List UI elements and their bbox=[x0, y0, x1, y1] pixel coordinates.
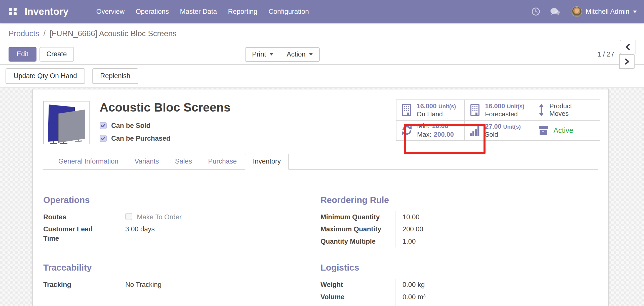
traceability-heading: Traceability bbox=[43, 263, 300, 273]
action-caret-icon bbox=[309, 53, 313, 56]
create-button[interactable]: Create bbox=[39, 47, 74, 62]
form-background: Acoustic Bloc Screens Can be Sold Can be… bbox=[0, 88, 644, 306]
print-dropdown[interactable]: Print bbox=[245, 47, 280, 62]
menu-reporting[interactable]: Reporting bbox=[222, 0, 263, 23]
responsible-label: Responsible bbox=[320, 303, 395, 306]
navbar-systray: Mitchell Admin bbox=[526, 6, 637, 17]
edit-button[interactable]: Edit bbox=[9, 47, 36, 62]
quantity-multiple-value: 1.00 bbox=[395, 235, 578, 247]
form-statusbar: Update Qty On Hand Replenish bbox=[0, 65, 644, 88]
pager-previous-button[interactable] bbox=[620, 40, 635, 54]
menu-overview[interactable]: Overview bbox=[91, 0, 130, 23]
product-image[interactable] bbox=[43, 101, 90, 144]
make-to-order-checkbox[interactable] bbox=[125, 213, 132, 220]
weight-label: Weight bbox=[320, 279, 395, 291]
pager-counter: 1 / 27 bbox=[597, 50, 614, 58]
operations-section: Operations Routes Make To Order Customer… bbox=[43, 195, 320, 247]
pager-next-button[interactable] bbox=[619, 54, 635, 69]
can-be-purchased-checkbox[interactable] bbox=[100, 135, 107, 142]
stat-product-moves-button[interactable]: Product Moves bbox=[533, 100, 600, 120]
messages-chat-icon[interactable] bbox=[545, 7, 565, 16]
volume-value: 0.00 m³ bbox=[395, 291, 578, 303]
menu-configuration[interactable]: Configuration bbox=[263, 0, 314, 23]
breadcrumb-current: [FURN_6666] Acoustic Bloc Screens bbox=[50, 29, 177, 38]
user-avatar[interactable] bbox=[572, 6, 582, 17]
section-row-2: Traceability Tracking No Tracking Logist… bbox=[43, 263, 598, 306]
can-be-sold-label: Can be Sold bbox=[111, 122, 150, 130]
building-icon bbox=[400, 104, 413, 117]
make-to-order-label: Make To Order bbox=[137, 213, 182, 222]
can-be-purchased-label: Can be Purchased bbox=[111, 135, 171, 142]
active-status-label: Active bbox=[553, 126, 573, 135]
stat-sold-button[interactable]: 27.00 Unit(s) Sold bbox=[464, 120, 533, 140]
menu-operations[interactable]: Operations bbox=[130, 0, 174, 23]
app-title[interactable]: Inventory bbox=[25, 6, 69, 17]
stat-forecasted-button[interactable]: 16.000 Unit(s) Forecasted bbox=[464, 100, 533, 120]
replenish-button[interactable]: Replenish bbox=[92, 68, 138, 84]
operations-heading: Operations bbox=[43, 195, 300, 205]
refresh-icon bbox=[400, 124, 413, 136]
maximum-quantity-value: 200.00 bbox=[395, 223, 578, 235]
tab-inventory[interactable]: Inventory bbox=[245, 154, 289, 170]
tracking-value: No Tracking bbox=[118, 279, 300, 291]
routes-value: Make To Order bbox=[118, 211, 300, 223]
customer-lead-time-value: 3.00 days bbox=[118, 223, 300, 244]
maximum-quantity-label: Maximum Quantity bbox=[320, 223, 395, 235]
stat-reordering-min-max-button[interactable]: Min:10.00 Max:200.00 bbox=[396, 120, 464, 140]
user-menu-caret-icon bbox=[633, 11, 637, 13]
minimum-quantity-value: 10.00 bbox=[395, 211, 578, 223]
breadcrumb: Products / [FURN_6666] Acoustic Bloc Scr… bbox=[0, 23, 644, 44]
customer-lead-time-label: Customer Lead Time bbox=[43, 223, 118, 244]
update-qty-on-hand-button[interactable]: Update Qty On Hand bbox=[6, 68, 85, 84]
pager: 1 / 27 bbox=[597, 40, 635, 69]
print-action-group: Print Action bbox=[245, 47, 320, 62]
menu-master-data[interactable]: Master Data bbox=[174, 0, 222, 23]
can-be-sold-checkbox[interactable] bbox=[100, 122, 107, 129]
tab-general-information[interactable]: General Information bbox=[50, 154, 127, 170]
product-form-sheet: Acoustic Bloc Screens Can be Sold Can be… bbox=[32, 89, 609, 306]
tab-purchase[interactable]: Purchase bbox=[200, 154, 245, 170]
quantity-multiple-label: Quantity Multiple bbox=[320, 235, 395, 247]
logistics-section: Logistics Weight 0.00 kg Volume 0.00 m³ … bbox=[320, 263, 598, 306]
arrows-up-down-icon bbox=[537, 104, 545, 117]
traceability-section: Traceability Tracking No Tracking bbox=[43, 263, 320, 306]
stat-on-hand-button[interactable]: 16.000 Unit(s) On Hand bbox=[396, 100, 464, 120]
notebook-tabs: General Information Variants Sales Purch… bbox=[43, 154, 598, 170]
logistics-heading: Logistics bbox=[320, 263, 578, 273]
tab-variants[interactable]: Variants bbox=[127, 154, 167, 170]
product-header: Acoustic Bloc Screens Can be Sold Can be… bbox=[43, 101, 598, 154]
breadcrumb-products-link[interactable]: Products bbox=[9, 29, 39, 38]
minimum-quantity-label: Minimum Quantity bbox=[320, 211, 395, 223]
stat-active-toggle[interactable]: Active bbox=[533, 120, 600, 140]
stat-buttons: 16.000 Unit(s) On Hand bbox=[396, 99, 600, 141]
weight-value: 0.00 kg bbox=[395, 279, 578, 291]
breadcrumb-separator: / bbox=[43, 29, 46, 38]
activities-clock-icon[interactable] bbox=[526, 7, 545, 16]
responsible-user-link[interactable]: OdooBot bbox=[403, 304, 429, 306]
control-panel: Edit Create Print Action 1 / 27 bbox=[0, 44, 644, 65]
reordering-rule-section: Reordering Rule Minimum Quantity 10.00 M… bbox=[320, 195, 598, 247]
reordering-rule-heading: Reordering Rule bbox=[320, 195, 578, 205]
user-menu[interactable]: Mitchell Admin bbox=[586, 8, 629, 16]
apps-menu-icon[interactable] bbox=[9, 8, 17, 15]
action-dropdown[interactable]: Action bbox=[280, 47, 320, 62]
section-row-1: Operations Routes Make To Order Customer… bbox=[43, 195, 598, 247]
tracking-label: Tracking bbox=[43, 279, 118, 291]
bar-chart-icon bbox=[469, 124, 481, 137]
top-navbar: Inventory Overview Operations Master Dat… bbox=[0, 0, 644, 23]
tab-sales[interactable]: Sales bbox=[167, 154, 200, 170]
main-menu: Overview Operations Master Data Reportin… bbox=[91, 0, 314, 23]
responsible-value: OdooBot bbox=[395, 303, 578, 306]
odoo-app-window: Inventory Overview Operations Master Dat… bbox=[0, 0, 644, 306]
pager-buttons bbox=[620, 40, 635, 69]
volume-label: Volume bbox=[320, 291, 395, 303]
print-caret-icon bbox=[270, 53, 273, 56]
archive-box-icon bbox=[537, 124, 549, 136]
routes-label: Routes bbox=[43, 211, 118, 223]
building-icon bbox=[469, 104, 481, 117]
